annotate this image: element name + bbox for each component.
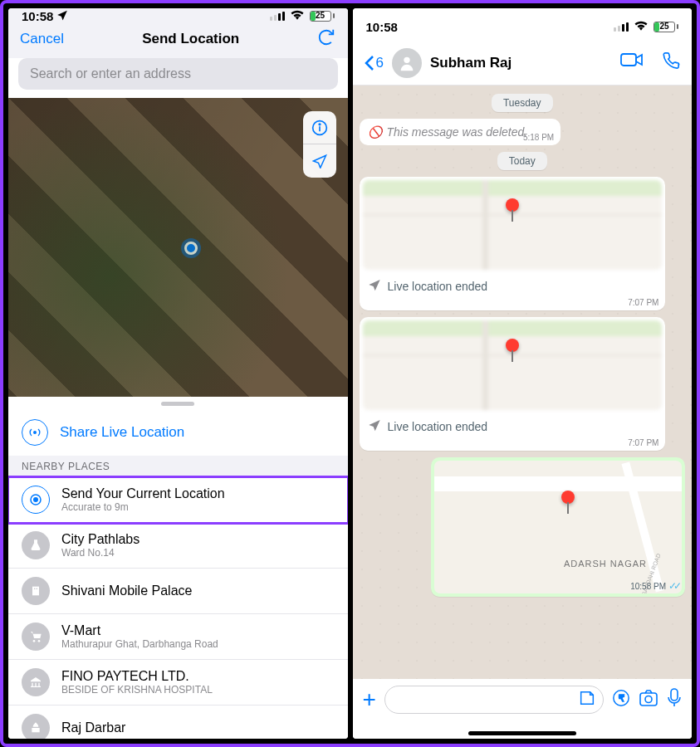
unread-count: 6 [376,55,384,71]
svg-text:₹: ₹ [619,692,624,702]
location-message[interactable]: Live location ended 7:07 PM [360,317,666,451]
wifi-icon [634,19,649,34]
date-separator: Today [497,152,547,170]
video-call-button[interactable] [620,51,644,75]
voice-call-button[interactable] [662,51,680,75]
message-time: 10:58 PM [630,582,666,591]
camera-button[interactable] [639,689,658,711]
search-input[interactable]: Search or enter an address [18,58,338,90]
send-current-location-row[interactable]: Send Your Current Location Accurate to 9… [8,477,348,523]
svg-rect-15 [640,693,657,706]
status-time: 10:58 [22,9,53,23]
svg-rect-7 [34,588,35,589]
home-indicator [468,731,576,735]
place-title: Raj Darbar [61,720,125,735]
status-bar: 10:58 25 [353,8,693,45]
mosque-icon [22,714,50,739]
target-icon [22,486,50,514]
live-ended-label: Live location ended [388,280,488,293]
message-time: 7:07 PM [628,438,658,447]
location-icon [368,278,381,294]
deleted-text: This message was deleted. [387,125,528,139]
cellular-icon [270,12,285,21]
place-row[interactable]: City Pathlabs Ward No.14 [8,523,348,569]
contact-avatar[interactable] [392,48,422,78]
map-info-button[interactable] [303,111,336,144]
wifi-icon [290,8,305,23]
sent-location-message[interactable]: ADARSH NAGAR MAGARDAHI ROAD 10:58 PM ✓✓ [431,457,685,597]
share-live-location-row[interactable]: Share Live Location [8,411,348,456]
location-message[interactable]: Live location ended 7:07 PM [360,177,666,310]
map-thumbnail [363,180,663,270]
message-time: 7:07 PM [628,298,658,307]
chat-screen: 10:58 25 6 Subham Raj [353,8,693,739]
map-thumbnail: ADARSH NAGAR MAGARDAHI ROAD [434,461,682,593]
date-separator: Tuesday [492,94,553,112]
svg-point-0 [312,120,326,134]
map-pin-icon [561,491,575,504]
current-location-dot [184,242,198,255]
svg-point-2 [319,124,321,125]
map-area-label: ADARSH NAGAR [564,559,647,569]
chat-messages[interactable]: Tuesday 🚫 This message was deleted. 5:18… [353,85,693,679]
place-subtitle: Mathurapur Ghat, Darbhanga Road [61,638,218,650]
deleted-message: 🚫 This message was deleted. 5:18 PM [360,119,561,145]
svg-point-9 [33,640,36,642]
navbar: Cancel Send Location [8,23,348,58]
status-time: 10:58 [366,20,398,34]
sticker-button[interactable] [578,689,596,710]
location-arrow-icon [56,9,68,23]
back-button[interactable]: 6 [365,55,384,71]
message-input[interactable] [384,686,604,714]
share-live-label: Share Live Location [60,424,184,441]
bottom-sheet: Share Live Location NEARBY PLACES Send Y… [8,397,348,739]
map-pin-icon [506,339,519,352]
svg-rect-6 [32,587,39,596]
payment-button[interactable]: ₹ [612,689,630,711]
block-icon: 🚫 [368,125,382,139]
refresh-button[interactable] [317,28,335,50]
place-title: V-Mart [61,623,218,638]
place-row[interactable]: V-Mart Mathurapur Ghat, Darbhanga Road [8,614,348,660]
place-row[interactable]: FINO PAYTECH LTD. BESIDE OF KRISHNA HOSP… [8,660,348,706]
cart-icon [22,622,50,651]
grab-handle[interactable] [161,402,194,406]
chat-navbar: 6 Subham Raj [353,45,693,85]
svg-rect-12 [621,54,636,66]
svg-point-5 [34,498,38,502]
message-time: 5:18 PM [523,133,554,142]
place-row[interactable]: Raj Darbar [8,706,348,739]
svg-point-11 [404,57,409,63]
building-icon [22,577,50,605]
battery-icon: 25 [310,11,335,22]
page-title: Send Location [142,31,239,47]
battery-icon: 25 [653,22,678,32]
place-subtitle: Ward No.14 [61,547,140,559]
live-ended-label: Live location ended [388,420,488,433]
cancel-button[interactable]: Cancel [20,31,64,47]
cellular-icon [614,22,629,32]
svg-rect-17 [671,689,678,701]
flask-icon [22,531,50,559]
svg-rect-8 [37,588,37,589]
status-bar: 10:58 25 [8,8,348,23]
place-row[interactable]: Shivani Mobile Palace [8,569,348,614]
mic-button[interactable] [667,688,682,712]
map-pin-icon [506,198,519,212]
svg-point-16 [645,696,652,702]
place-subtitle: Accurate to 9m [61,501,225,513]
broadcast-icon [22,419,48,446]
attach-button[interactable]: + [363,686,376,713]
place-title: FINO PAYTECH LTD. [61,669,213,684]
map-locate-button[interactable] [303,144,336,178]
map-view[interactable] [8,98,348,397]
location-icon [368,418,381,434]
place-title: Send Your Current Location [61,486,225,501]
nearby-places-header: NEARBY PLACES [8,456,348,477]
send-location-screen: 10:58 25 Cancel Send Location [8,8,348,739]
chat-input-bar: + ₹ [353,679,693,739]
contact-name[interactable]: Subham Raj [430,55,512,71]
read-receipt-icon: ✓✓ [668,580,678,592]
svg-point-10 [38,640,41,642]
bank-icon [22,668,50,696]
